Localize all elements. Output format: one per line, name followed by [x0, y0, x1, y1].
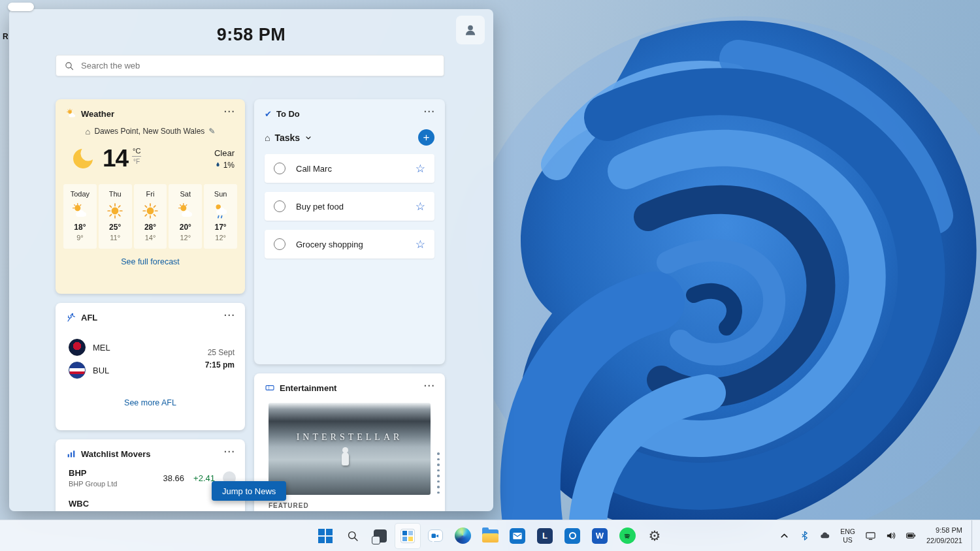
unit-toggle[interactable]: °C °F [132, 147, 141, 165]
task-view-icon [374, 529, 387, 543]
clear-night-icon [70, 146, 96, 172]
search-icon [346, 529, 359, 543]
task-label: Grocery shopping [296, 240, 363, 249]
chat-button[interactable] [422, 523, 448, 549]
rain-showers-icon [212, 202, 229, 219]
bluetooth-button[interactable] [798, 529, 811, 542]
volume-button[interactable] [885, 529, 897, 542]
task-label: Call Marc [296, 164, 332, 174]
language-code: ENG [840, 527, 855, 535]
task-list-picker[interactable]: ⌂ Tasks [265, 133, 312, 143]
more-options-button[interactable]: ⋯ [220, 108, 238, 119]
more-options-button[interactable]: ⋯ [220, 311, 238, 323]
watchlist-header: Watchlist Movers ⋯ [56, 439, 245, 460]
web-search[interactable] [56, 55, 444, 76]
panel-clock: 9:58 PM [9, 25, 493, 45]
app-l-button[interactable]: L [532, 523, 558, 549]
check-icon: ✔ [265, 110, 272, 118]
onedrive-button[interactable] [819, 529, 831, 542]
desktop-label-fragment: R [3, 32, 8, 41]
edit-location-icon[interactable]: ✎ [208, 127, 215, 136]
tray-overflow-button[interactable] [778, 529, 791, 542]
star-icon[interactable]: ☆ [416, 201, 425, 212]
forecast-day-label: Fri [134, 190, 167, 198]
clock-and-date[interactable]: 9:58 PM 22/09/2021 [925, 524, 964, 547]
more-options-button[interactable]: ⋯ [419, 108, 438, 119]
more-icon: ⋯ [423, 379, 434, 392]
sports-icon [66, 312, 76, 323]
add-task-button[interactable]: + [418, 129, 434, 146]
forecast-day-label: Thu [99, 190, 132, 198]
scroll-indicator[interactable] [437, 452, 440, 494]
stock-symbol: WBC [69, 499, 89, 509]
more-icon: ⋯ [223, 309, 235, 321]
match-schedule: 25 Sept 7:15 pm [205, 348, 235, 370]
entertainment-header: Entertainment ⋯ [254, 373, 445, 394]
file-explorer-button[interactable] [477, 523, 503, 549]
away-team-label: BUL [93, 366, 109, 375]
task-view-button[interactable] [367, 523, 393, 549]
search-input[interactable] [56, 55, 444, 76]
battery-button[interactable] [905, 529, 917, 542]
afl-widget: AFL ⋯ MEL BUL [56, 303, 245, 430]
match-time: 7:15 pm [205, 360, 235, 370]
task-checkbox[interactable] [274, 200, 286, 212]
task-checkbox[interactable] [274, 238, 286, 250]
task-label: Buy pet food [296, 202, 344, 212]
task-item[interactable]: Call Marc ☆ [265, 154, 434, 183]
afl-match[interactable]: MEL BUL 25 Sept 7:15 pm [56, 323, 245, 379]
movie-poster[interactable]: INTERSTELLAR [269, 403, 431, 495]
partly-sunny-icon [177, 202, 194, 219]
away-team: BUL [69, 362, 110, 379]
see-full-forecast-link[interactable]: See full forecast [56, 257, 245, 266]
forecast-day: Sat 20° 12° [169, 184, 202, 249]
movie-title: INTERSTELLAR [269, 432, 431, 443]
see-more-afl-link[interactable]: See more AFL [56, 398, 245, 407]
weather-icon [66, 108, 76, 119]
cast-button[interactable] [864, 529, 877, 542]
home-icon: ⌂ [265, 133, 270, 142]
featured-label: FEATURED [269, 502, 431, 509]
task-item[interactable]: Grocery shopping ☆ [265, 230, 434, 259]
chevron-down-icon [304, 134, 312, 142]
task-checkbox[interactable] [274, 163, 286, 174]
afl-title: AFL [81, 313, 97, 323]
edge-button[interactable] [449, 523, 476, 549]
more-options-button[interactable]: ⋯ [419, 382, 438, 394]
weather-header: Weather ⋯ [56, 99, 245, 119]
widgets-button[interactable] [395, 523, 421, 549]
envelope-icon [513, 533, 522, 539]
partly-sunny-icon [71, 202, 88, 219]
star-icon[interactable]: ☆ [416, 239, 425, 250]
more-options-button[interactable]: ⋯ [220, 448, 238, 460]
start-button[interactable] [312, 523, 338, 549]
word-button[interactable]: W [587, 523, 613, 549]
language-switcher[interactable]: ENG US [839, 526, 857, 545]
forecast-low: 12° [169, 234, 202, 242]
spotify-button[interactable] [614, 523, 640, 549]
more-icon: ⋯ [223, 105, 235, 118]
house-icon: ⌂ [86, 127, 91, 136]
star-icon[interactable]: ☆ [416, 163, 425, 174]
forecast-day: Sun 17° 12° [204, 184, 237, 249]
forecast-day: Today 18° 9° [63, 184, 97, 249]
monitor-icon [866, 531, 875, 541]
condition-label: Clear [214, 148, 235, 158]
sunny-icon [106, 202, 123, 219]
weather-widget: Weather ⋯ ⌂ Dawes Point, New South Wales… [56, 99, 245, 294]
settings-button[interactable]: ⚙ [642, 523, 668, 549]
camera-icon [431, 533, 439, 539]
entertainment-title: Entertainment [280, 383, 336, 393]
jump-to-news-button[interactable]: Jump to News [212, 481, 286, 501]
search-button[interactable] [340, 523, 366, 549]
profile-button[interactable] [456, 16, 485, 44]
task-item[interactable]: Buy pet food ☆ [265, 192, 434, 221]
system-tray: ENG US [778, 520, 973, 551]
app-circle-button[interactable] [559, 523, 585, 549]
show-desktop-strip[interactable] [972, 520, 973, 551]
mail-button[interactable] [504, 523, 531, 549]
widgets-column-left: Weather ⋯ ⌂ Dawes Point, New South Wales… [56, 99, 245, 511]
forecast-strip: Today 18° 9° Thu 25° 11° Fri 28° [63, 184, 237, 249]
weather-location: Dawes Point, New South Wales [94, 127, 204, 136]
app-l-icon: L [537, 528, 553, 544]
